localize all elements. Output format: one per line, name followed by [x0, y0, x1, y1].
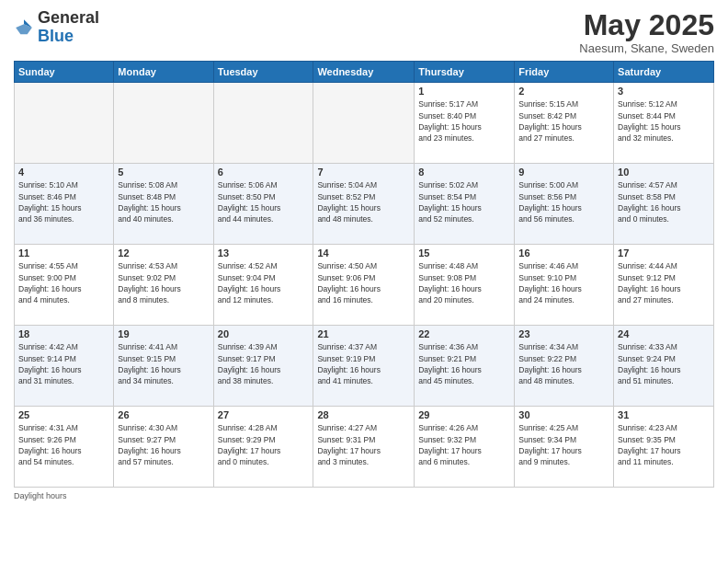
week-row-3: 11Sunrise: 4:55 AMSunset: 9:00 PMDayligh… — [15, 245, 714, 326]
week-row-5: 25Sunrise: 4:31 AMSunset: 9:26 PMDayligh… — [15, 407, 714, 488]
day-number: 26 — [118, 409, 209, 420]
calendar-cell: 1Sunrise: 5:17 AMSunset: 8:40 PMDaylight… — [415, 83, 515, 164]
calendar-cell: 12Sunrise: 4:53 AMSunset: 9:02 PMDayligh… — [114, 245, 213, 326]
calendar-cell: 8Sunrise: 5:02 AMSunset: 8:54 PMDaylight… — [415, 164, 515, 245]
day-info: Sunrise: 4:26 AMSunset: 9:32 PMDaylight:… — [418, 422, 510, 467]
day-number: 24 — [618, 328, 710, 339]
day-number: 10 — [618, 167, 710, 178]
calendar-cell: 28Sunrise: 4:27 AMSunset: 9:31 PMDayligh… — [313, 407, 415, 488]
week-row-4: 18Sunrise: 4:42 AMSunset: 9:14 PMDayligh… — [15, 326, 714, 407]
logo-blue: Blue — [38, 27, 74, 45]
day-info: Sunrise: 5:04 AMSunset: 8:52 PMDaylight:… — [317, 179, 410, 224]
day-info: Sunrise: 5:15 AMSunset: 8:42 PMDaylight:… — [518, 98, 609, 144]
day-number: 28 — [317, 409, 410, 420]
day-number: 31 — [618, 409, 710, 420]
day-info: Sunrise: 5:10 AMSunset: 8:46 PMDaylight:… — [18, 179, 109, 224]
footer: Daylight hours — [14, 491, 714, 500]
daylight-label: Daylight hours — [14, 491, 67, 500]
day-info: Sunrise: 5:17 AMSunset: 8:40 PMDaylight:… — [418, 98, 510, 144]
calendar-cell — [15, 83, 114, 164]
day-info: Sunrise: 4:25 AMSunset: 9:34 PMDaylight:… — [518, 422, 609, 467]
day-number: 27 — [218, 409, 310, 420]
day-number: 20 — [218, 328, 310, 339]
calendar-cell: 20Sunrise: 4:39 AMSunset: 9:17 PMDayligh… — [213, 326, 313, 407]
col-header-friday: Friday — [515, 62, 614, 83]
calendar-cell: 3Sunrise: 5:12 AMSunset: 8:44 PMDaylight… — [614, 83, 714, 164]
day-info: Sunrise: 5:08 AMSunset: 8:48 PMDaylight:… — [118, 179, 209, 224]
calendar-cell: 21Sunrise: 4:37 AMSunset: 9:19 PMDayligh… — [313, 326, 415, 407]
page: General Blue May 2025 Naesum, Skane, Swe… — [0, 0, 728, 563]
calendar-cell: 9Sunrise: 5:00 AMSunset: 8:56 PMDaylight… — [515, 164, 614, 245]
calendar-cell: 24Sunrise: 4:33 AMSunset: 9:24 PMDayligh… — [614, 326, 714, 407]
calendar-cell: 31Sunrise: 4:23 AMSunset: 9:35 PMDayligh… — [614, 407, 714, 488]
logo-icon — [14, 17, 34, 38]
calendar-cell: 27Sunrise: 4:28 AMSunset: 9:29 PMDayligh… — [213, 407, 313, 488]
day-number: 14 — [317, 247, 410, 259]
logo-general: General — [38, 8, 99, 27]
day-number: 9 — [518, 167, 609, 178]
day-info: Sunrise: 4:39 AMSunset: 9:17 PMDaylight:… — [218, 341, 310, 386]
day-info: Sunrise: 4:37 AMSunset: 9:19 PMDaylight:… — [317, 341, 410, 386]
day-number: 15 — [418, 247, 510, 259]
header: General Blue May 2025 Naesum, Skane, Swe… — [14, 9, 714, 55]
month-title: May 2025 — [579, 9, 714, 41]
calendar-cell: 18Sunrise: 4:42 AMSunset: 9:14 PMDayligh… — [15, 326, 114, 407]
day-info: Sunrise: 5:02 AMSunset: 8:54 PMDaylight:… — [418, 179, 510, 224]
day-info: Sunrise: 4:57 AMSunset: 8:58 PMDaylight:… — [618, 179, 710, 224]
calendar-cell — [213, 83, 313, 164]
calendar-cell: 7Sunrise: 5:04 AMSunset: 8:52 PMDaylight… — [313, 164, 415, 245]
day-number: 17 — [618, 247, 710, 259]
logo-text: General Blue — [38, 9, 99, 46]
day-number: 2 — [518, 86, 609, 97]
day-info: Sunrise: 4:41 AMSunset: 9:15 PMDaylight:… — [118, 341, 209, 386]
day-info: Sunrise: 5:00 AMSunset: 8:56 PMDaylight:… — [518, 179, 609, 224]
calendar-cell: 4Sunrise: 5:10 AMSunset: 8:46 PMDaylight… — [15, 164, 114, 245]
day-info: Sunrise: 4:28 AMSunset: 9:29 PMDaylight:… — [218, 422, 310, 467]
calendar-cell: 6Sunrise: 5:06 AMSunset: 8:50 PMDaylight… — [213, 164, 313, 245]
day-info: Sunrise: 4:53 AMSunset: 9:02 PMDaylight:… — [118, 260, 209, 305]
day-number: 19 — [118, 328, 209, 339]
day-info: Sunrise: 4:46 AMSunset: 9:10 PMDaylight:… — [518, 260, 609, 305]
day-info: Sunrise: 5:12 AMSunset: 8:44 PMDaylight:… — [618, 98, 710, 144]
calendar-cell: 10Sunrise: 4:57 AMSunset: 8:58 PMDayligh… — [614, 164, 714, 245]
header-row: SundayMondayTuesdayWednesdayThursdayFrid… — [15, 62, 714, 83]
day-number: 22 — [418, 328, 510, 339]
day-number: 25 — [18, 409, 109, 420]
day-info: Sunrise: 4:52 AMSunset: 9:04 PMDaylight:… — [218, 260, 310, 305]
day-number: 30 — [518, 409, 609, 420]
calendar-table: SundayMondayTuesdayWednesdayThursdayFrid… — [14, 61, 714, 488]
calendar-cell: 11Sunrise: 4:55 AMSunset: 9:00 PMDayligh… — [15, 245, 114, 326]
calendar-cell: 23Sunrise: 4:34 AMSunset: 9:22 PMDayligh… — [515, 326, 614, 407]
title-block: May 2025 Naesum, Skane, Sweden — [579, 9, 714, 55]
col-header-monday: Monday — [114, 62, 213, 83]
day-number: 6 — [218, 167, 310, 178]
calendar-cell: 30Sunrise: 4:25 AMSunset: 9:34 PMDayligh… — [515, 407, 614, 488]
day-info: Sunrise: 5:06 AMSunset: 8:50 PMDaylight:… — [218, 179, 310, 224]
col-header-thursday: Thursday — [415, 62, 515, 83]
calendar-cell: 16Sunrise: 4:46 AMSunset: 9:10 PMDayligh… — [515, 245, 614, 326]
week-row-2: 4Sunrise: 5:10 AMSunset: 8:46 PMDaylight… — [15, 164, 714, 245]
day-number: 3 — [618, 86, 710, 97]
calendar-cell: 22Sunrise: 4:36 AMSunset: 9:21 PMDayligh… — [415, 326, 515, 407]
calendar-cell: 15Sunrise: 4:48 AMSunset: 9:08 PMDayligh… — [415, 245, 515, 326]
day-info: Sunrise: 4:34 AMSunset: 9:22 PMDaylight:… — [518, 341, 609, 386]
day-number: 5 — [118, 167, 209, 178]
day-number: 21 — [317, 328, 410, 339]
day-number: 7 — [317, 167, 410, 178]
calendar-cell: 29Sunrise: 4:26 AMSunset: 9:32 PMDayligh… — [415, 407, 515, 488]
day-info: Sunrise: 4:55 AMSunset: 9:00 PMDaylight:… — [18, 260, 109, 305]
calendar-cell: 13Sunrise: 4:52 AMSunset: 9:04 PMDayligh… — [213, 245, 313, 326]
calendar-cell: 19Sunrise: 4:41 AMSunset: 9:15 PMDayligh… — [114, 326, 213, 407]
calendar-cell: 14Sunrise: 4:50 AMSunset: 9:06 PMDayligh… — [313, 245, 415, 326]
day-info: Sunrise: 4:33 AMSunset: 9:24 PMDaylight:… — [618, 341, 710, 386]
day-number: 1 — [418, 86, 510, 97]
day-number: 18 — [18, 328, 109, 339]
day-info: Sunrise: 4:50 AMSunset: 9:06 PMDaylight:… — [317, 260, 410, 305]
col-header-saturday: Saturday — [614, 62, 714, 83]
day-number: 23 — [518, 328, 609, 339]
day-number: 29 — [418, 409, 510, 420]
day-number: 16 — [518, 247, 609, 259]
col-header-wednesday: Wednesday — [313, 62, 415, 83]
day-number: 12 — [118, 247, 209, 259]
day-info: Sunrise: 4:44 AMSunset: 9:12 PMDaylight:… — [618, 260, 710, 305]
